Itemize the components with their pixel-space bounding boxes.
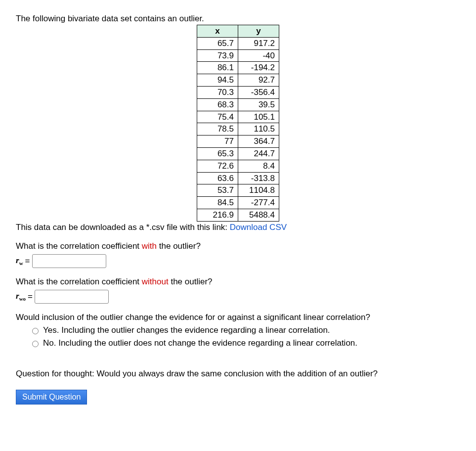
table-row: 68.339.5	[197, 98, 279, 111]
cell-y: 39.5	[238, 98, 279, 111]
cell-y: 5488.4	[238, 209, 279, 221]
cell-x: 77	[197, 135, 238, 148]
table-row: 63.6-313.8	[197, 172, 279, 184]
table-row: 73.9-40	[197, 49, 279, 62]
cell-y: 92.7	[238, 74, 279, 87]
cell-y: 364.7	[238, 135, 279, 148]
cell-y: 917.2	[238, 37, 279, 49]
table-row: 84.5-277.4	[197, 197, 279, 209]
cell-x: 53.7	[197, 184, 238, 197]
table-row: 75.4105.1	[197, 111, 279, 123]
download-prefix: This data can be downloaded as a *.csv f…	[16, 223, 230, 232]
thought-question: Question for thought: Would you always d…	[16, 369, 460, 379]
table-row: 72.68.4	[197, 160, 279, 172]
cell-x: 84.5	[197, 197, 238, 209]
cell-y: 110.5	[238, 123, 279, 135]
download-line: This data can be downloaded as a *.csv f…	[16, 223, 460, 232]
radio-no[interactable]	[32, 341, 39, 347]
table-row: 216.95488.4	[197, 209, 279, 221]
intro-text: The following bivariate data set contain…	[16, 14, 460, 24]
radio-yes[interactable]	[32, 328, 39, 334]
table-row: 65.7917.2	[197, 37, 279, 49]
radio-no-label: No. Including the outlier does not chang…	[43, 338, 357, 348]
rw-var: rw	[16, 256, 23, 266]
cell-x: 94.5	[197, 74, 238, 87]
rw-equals: =	[25, 256, 30, 266]
cell-y: -356.4	[238, 86, 279, 98]
radio-prompt: Would inclusion of the outlier change th…	[16, 313, 460, 322]
cell-y: 105.1	[238, 111, 279, 123]
cell-x: 70.3	[197, 86, 238, 98]
col-header-x: x	[197, 25, 238, 38]
q-without-prefix: What is the correlation coefficient	[16, 277, 142, 286]
submit-button[interactable]: Submit Question	[16, 390, 87, 405]
download-csv-link[interactable]: Download CSV	[230, 223, 287, 232]
cell-y: -40	[238, 49, 279, 62]
cell-y: -313.8	[238, 172, 279, 184]
q-without-emph: without	[142, 277, 169, 286]
cell-x: 78.5	[197, 123, 238, 135]
cell-y: 244.7	[238, 147, 279, 160]
cell-x: 68.3	[197, 98, 238, 111]
radio-yes-label: Yes. Including the outlier changes the e…	[43, 325, 330, 335]
table-row: 53.71104.8	[197, 184, 279, 197]
question-with-outlier: What is the correlation coefficient with…	[16, 241, 460, 268]
col-header-y: y	[238, 25, 279, 38]
rw-input[interactable]	[32, 254, 106, 268]
q-with-prefix: What is the correlation coefficient	[16, 241, 142, 251]
data-table: x y 65.7917.273.9-4086.1-194.294.592.770…	[197, 25, 279, 222]
question-radio: Would inclusion of the outlier change th…	[16, 313, 460, 348]
cell-y: -194.2	[238, 62, 279, 74]
table-row: 78.5110.5	[197, 123, 279, 135]
table-row: 65.3244.7	[197, 147, 279, 160]
cell-x: 65.7	[197, 37, 238, 49]
rwo-equals: =	[28, 292, 33, 302]
cell-x: 73.9	[197, 49, 238, 62]
rwo-var: rwo	[16, 291, 26, 302]
cell-y: 1104.8	[238, 184, 279, 197]
cell-x: 75.4	[197, 111, 238, 123]
cell-y: -277.4	[238, 197, 279, 209]
table-row: 86.1-194.2	[197, 62, 279, 74]
q-with-suffix: the outlier?	[157, 241, 201, 251]
q-without-suffix: the outlier?	[169, 277, 213, 286]
table-row: 77364.7	[197, 135, 279, 148]
rwo-input[interactable]	[35, 290, 109, 304]
cell-x: 63.6	[197, 172, 238, 184]
cell-y: 8.4	[238, 160, 279, 172]
q-with-emph: with	[142, 241, 157, 251]
cell-x: 65.3	[197, 147, 238, 160]
cell-x: 216.9	[197, 209, 238, 221]
table-row: 94.592.7	[197, 74, 279, 87]
question-without-outlier: What is the correlation coefficient with…	[16, 277, 460, 304]
cell-x: 72.6	[197, 160, 238, 172]
table-row: 70.3-356.4	[197, 86, 279, 98]
cell-x: 86.1	[197, 62, 238, 74]
